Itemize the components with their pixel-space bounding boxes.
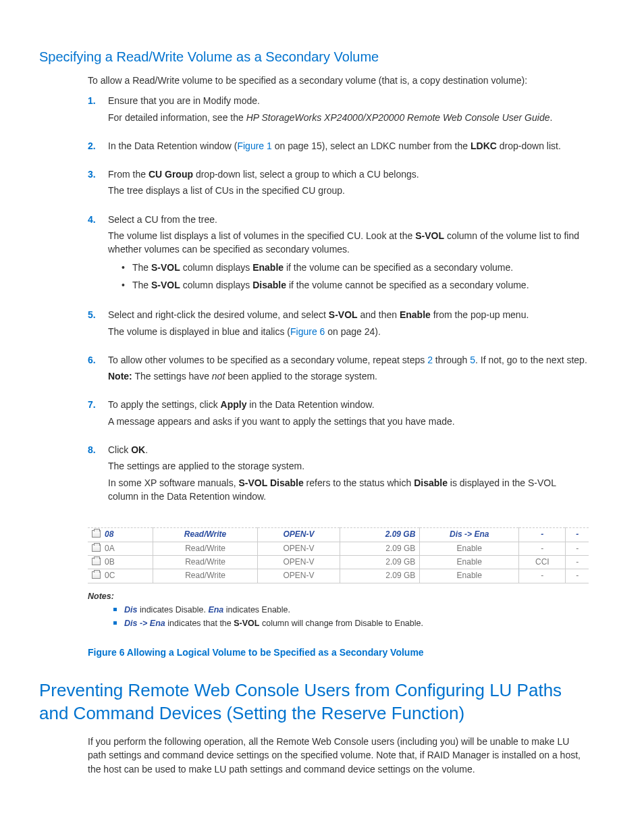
table-cell: Enable bbox=[420, 556, 519, 569]
step-text: The volume is displayed in blue and ital… bbox=[108, 325, 589, 338]
step-7: 7. To apply the settings, click Apply in… bbox=[88, 398, 589, 440]
step-number: 6. bbox=[88, 353, 96, 367]
step-text: The tree displays a list of CUs in the s… bbox=[108, 184, 589, 197]
step-text: The volume list displays a list of volum… bbox=[108, 229, 589, 257]
table-cell: 2.09 GB bbox=[340, 556, 420, 569]
volume-icon bbox=[92, 571, 101, 579]
table-cell: Read/Write bbox=[153, 542, 257, 555]
table-cell: - bbox=[519, 569, 566, 583]
step-text: To allow other volumes to be specified a… bbox=[108, 353, 589, 367]
table-cell: - bbox=[566, 556, 589, 569]
step-note: Note: The settings have not been applied… bbox=[108, 369, 589, 383]
cu-group-label: CU Group bbox=[149, 169, 193, 180]
keyword: Ena bbox=[208, 605, 223, 615]
volume-icon bbox=[92, 544, 101, 552]
text: indicates that the bbox=[165, 619, 234, 628]
procedure-list: 1. Ensure that you are in Modify mode. F… bbox=[88, 94, 589, 515]
text: on page 24). bbox=[325, 326, 381, 337]
volume-icon bbox=[92, 530, 101, 538]
volume-icon bbox=[92, 558, 101, 565]
text: Select and right-click the desired volum… bbox=[108, 309, 329, 320]
step-text: In the Data Retention window (Figure 1 o… bbox=[108, 139, 589, 153]
step-text: Ensure that you are in Modify mode. bbox=[108, 94, 589, 107]
text-bold: S-VOL bbox=[151, 262, 180, 273]
text-bold: Enable bbox=[400, 309, 431, 320]
table-row: 0ARead/WriteOPEN-V2.09 GBEnable-- bbox=[88, 542, 589, 555]
volume-table: 08Read/WriteOPEN-V2.09 GBDis -> Ena--0AR… bbox=[88, 527, 589, 583]
text-italic: not bbox=[212, 371, 225, 382]
ldkc-label: LDKC bbox=[471, 140, 497, 151]
note-item: Dis -> Ena indicates that the S-VOL colu… bbox=[113, 617, 589, 629]
step-number: 7. bbox=[88, 398, 96, 411]
text-bold: S-VOL Disable bbox=[239, 477, 304, 488]
text: been applied to the storage system. bbox=[225, 371, 377, 382]
bullet-item: The S-VOL column displays Disable if the… bbox=[122, 278, 589, 292]
table-cell: Dis -> Ena bbox=[420, 528, 519, 542]
table-cell: OPEN-V bbox=[258, 569, 340, 583]
text: The settings have bbox=[132, 371, 212, 382]
text: In some XP software manuals, bbox=[108, 477, 239, 488]
body-paragraph: If you perform the following operation, … bbox=[88, 735, 589, 776]
table-row: 0CRead/WriteOPEN-V2.09 GBEnable-- bbox=[88, 569, 589, 583]
keyword: Dis bbox=[124, 605, 137, 615]
text: and then bbox=[358, 309, 400, 320]
table-cell: Read/Write bbox=[153, 528, 257, 542]
text: The volume list displays a list of volum… bbox=[108, 230, 415, 241]
text: from the pop-up menu. bbox=[431, 309, 529, 320]
text: column displays bbox=[180, 262, 252, 273]
table-cell: Enable bbox=[420, 569, 519, 583]
text-bold: S-VOL bbox=[329, 309, 358, 320]
step-text: For detailed information, see the HP Sto… bbox=[108, 111, 589, 124]
notes-title: Notes: bbox=[88, 592, 114, 601]
text: The bbox=[132, 262, 151, 273]
step-number: 5. bbox=[88, 308, 96, 321]
text: In the Data Retention window ( bbox=[108, 140, 237, 151]
step-text: Select a CU from the tree. bbox=[108, 213, 589, 226]
table-row: 08Read/WriteOPEN-V2.09 GBDis -> Ena-- bbox=[88, 528, 589, 542]
text: The volume is displayed in blue and ital… bbox=[108, 326, 290, 337]
step-3: 3. From the CU Group drop-down list, sel… bbox=[88, 167, 589, 210]
table-cell: - bbox=[566, 542, 589, 555]
text-bold: Disable bbox=[414, 477, 448, 488]
figure-6: 08Read/WriteOPEN-V2.09 GBDis -> Ena--0AR… bbox=[88, 527, 589, 629]
figure-caption: Figure 6 Allowing a Logical Volume to be… bbox=[88, 646, 589, 659]
text: on page 15), select an LDKC number from … bbox=[272, 140, 471, 151]
text: . If not, go to the next step. bbox=[475, 355, 587, 365]
text: indicates Disable. bbox=[137, 605, 208, 615]
text: For detailed information, see the bbox=[108, 112, 246, 123]
table-cell: Read/Write bbox=[153, 556, 257, 569]
figure-1-link[interactable]: Figure 1 bbox=[237, 140, 271, 151]
step-2-link[interactable]: 2 bbox=[427, 355, 433, 365]
table-cell: Read/Write bbox=[153, 569, 257, 583]
text: refers to the status which bbox=[304, 477, 414, 488]
step-text: Select and right-click the desired volum… bbox=[108, 308, 589, 321]
step-5-link[interactable]: 5 bbox=[470, 355, 475, 365]
step-text: A message appears and asks if you want t… bbox=[108, 415, 589, 428]
text-bold: S-VOL bbox=[151, 280, 180, 290]
text: if the volume cannot be specified as a s… bbox=[286, 280, 529, 290]
step-number: 3. bbox=[88, 167, 96, 181]
text-bold: Enable bbox=[252, 262, 284, 273]
table-cell: - bbox=[519, 528, 566, 542]
step-8: 8. Click OK. The settings are applied to… bbox=[88, 443, 589, 515]
text-bold: Disable bbox=[252, 280, 286, 290]
table-row: 0BRead/WriteOPEN-V2.09 GBEnableCCI- bbox=[88, 556, 589, 569]
table-cell: 2.09 GB bbox=[340, 542, 420, 555]
step-text: In some XP software manuals, S-VOL Disab… bbox=[108, 476, 589, 504]
table-cell: - bbox=[566, 569, 589, 583]
section-heading-2: Preventing Remote Web Console Users from… bbox=[39, 679, 589, 725]
table-cell: 2.09 GB bbox=[340, 528, 420, 542]
text-bold: S-VOL bbox=[234, 619, 259, 628]
figure-6-link[interactable]: Figure 6 bbox=[290, 326, 325, 337]
figure-notes: Notes: Dis indicates Disable. Ena indica… bbox=[88, 590, 589, 629]
step-number: 8. bbox=[88, 443, 96, 457]
table-cell: OPEN-V bbox=[258, 556, 340, 569]
table-cell: CCI bbox=[519, 556, 566, 569]
table-cell: OPEN-V bbox=[258, 528, 340, 542]
step-2: 2. In the Data Retention window (Figure … bbox=[88, 139, 589, 165]
guide-title: HP StorageWorks XP24000/XP20000 Remote W… bbox=[246, 112, 550, 123]
text: column displays bbox=[180, 280, 252, 290]
step-number: 1. bbox=[88, 94, 96, 107]
table-cell: 0C bbox=[88, 569, 153, 583]
table-cell: 2.09 GB bbox=[340, 569, 420, 583]
